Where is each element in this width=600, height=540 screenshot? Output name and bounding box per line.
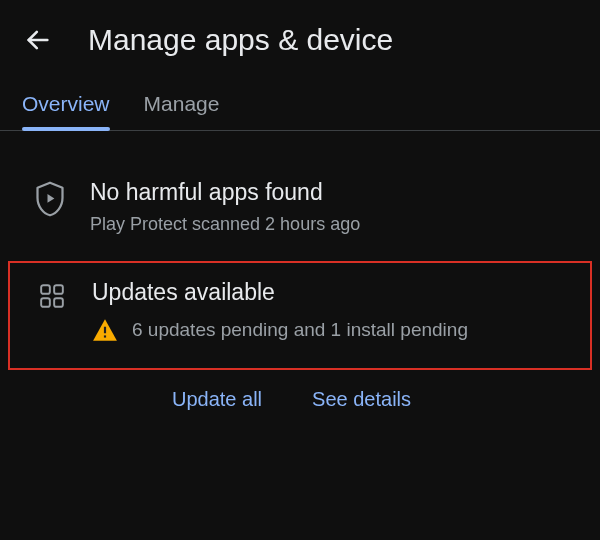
icon-col (24, 279, 80, 346)
svg-rect-4 (54, 298, 63, 307)
icon-col (22, 179, 78, 237)
apps-grid-icon (39, 283, 65, 309)
svg-rect-5 (104, 327, 106, 334)
see-details-button[interactable]: See details (312, 388, 411, 411)
play-protect-section[interactable]: No harmful apps found Play Protect scann… (0, 161, 600, 255)
shield-play-icon (35, 181, 65, 217)
updates-section[interactable]: Updates available 6 updates pending and … (24, 279, 576, 346)
page-title: Manage apps & device (88, 23, 393, 57)
protect-subtitle: Play Protect scanned 2 hours ago (90, 212, 578, 237)
tab-overview[interactable]: Overview (22, 92, 110, 130)
update-all-button[interactable]: Update all (172, 388, 262, 411)
updates-title: Updates available (92, 279, 576, 306)
content: No harmful apps found Play Protect scann… (0, 131, 600, 411)
updates-section-highlight: Updates available 6 updates pending and … (8, 261, 592, 370)
header: Manage apps & device (0, 0, 600, 78)
back-button[interactable] (18, 20, 58, 60)
warning-icon (92, 316, 118, 346)
updates-subtitle: 6 updates pending and 1 install pending (132, 316, 468, 344)
svg-rect-1 (41, 285, 50, 294)
text-col: No harmful apps found Play Protect scann… (78, 179, 578, 237)
text-col: Updates available 6 updates pending and … (80, 279, 576, 346)
tabs: Overview Manage (0, 78, 600, 131)
tab-manage[interactable]: Manage (144, 92, 220, 130)
protect-title: No harmful apps found (90, 179, 578, 206)
updates-actions: Update all See details (0, 370, 600, 411)
svg-rect-6 (104, 336, 106, 338)
svg-rect-2 (54, 285, 63, 294)
svg-rect-3 (41, 298, 50, 307)
back-arrow-icon (24, 26, 52, 54)
updates-subtitle-row: 6 updates pending and 1 install pending (92, 316, 576, 346)
